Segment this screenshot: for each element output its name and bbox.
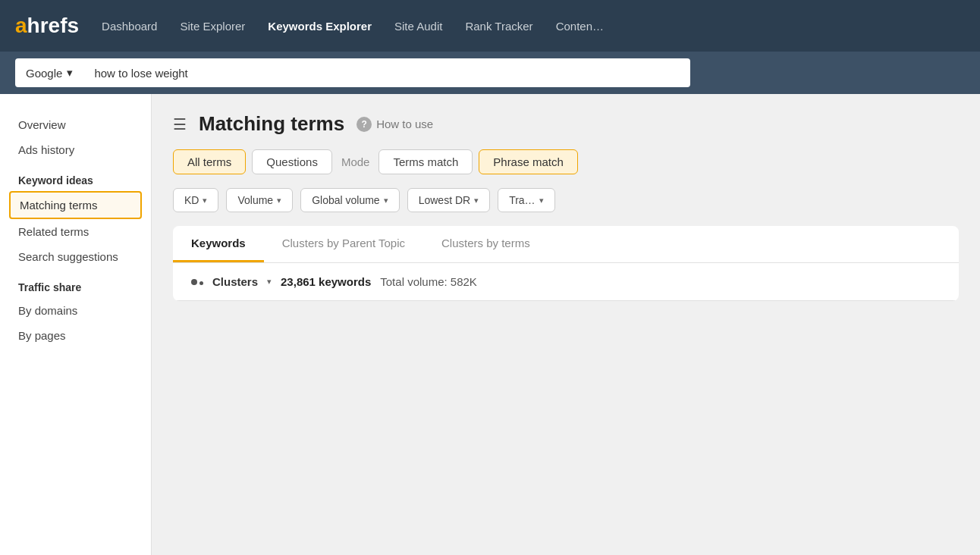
how-to-use-button[interactable]: ? How to use bbox=[357, 117, 433, 132]
sidebar-item-related-terms[interactable]: Related terms bbox=[0, 219, 151, 244]
table-area: Keywords Clusters by Parent Topic Cluste… bbox=[173, 226, 959, 301]
clusters-chevron-icon[interactable]: ▾ bbox=[267, 277, 272, 287]
hamburger-icon[interactable]: ☰ bbox=[173, 115, 187, 133]
nav-content[interactable]: Conten… bbox=[556, 20, 604, 33]
nav-site-explorer[interactable]: Site Explorer bbox=[180, 20, 245, 33]
nav-dashboard[interactable]: Dashboard bbox=[102, 20, 157, 33]
filter-volume-label: Volume bbox=[237, 194, 273, 206]
chevron-down-icon: ▾ bbox=[539, 196, 544, 205]
sidebar: Overview Ads history Keyword ideas Match… bbox=[0, 94, 152, 555]
sidebar-item-by-domains[interactable]: By domains bbox=[0, 298, 151, 323]
chevron-down-icon: ▾ bbox=[474, 196, 479, 205]
chevron-down-icon: ▾ bbox=[277, 196, 281, 205]
tab-phrase-match[interactable]: Phrase match bbox=[479, 149, 578, 174]
clusters-row: Clusters ▾ 23,861 keywords Total volume:… bbox=[173, 263, 959, 301]
search-engine-dropdown[interactable]: Google ▾ bbox=[15, 58, 83, 87]
dot-large bbox=[191, 279, 197, 285]
search-engine-label: Google bbox=[26, 67, 62, 80]
filter-row: KD ▾ Volume ▾ Global volume ▾ Lowest DR … bbox=[173, 188, 959, 212]
filter-lowest-dr-label: Lowest DR bbox=[419, 194, 470, 206]
sidebar-item-matching-terms[interactable]: Matching terms bbox=[9, 191, 142, 219]
filter-traffic-label: Tra… bbox=[509, 194, 535, 206]
nav-rank-tracker[interactable]: Rank Tracker bbox=[465, 20, 532, 33]
table-tabs: Keywords Clusters by Parent Topic Cluste… bbox=[173, 226, 959, 263]
total-volume: Total volume: 582K bbox=[380, 275, 477, 288]
sidebar-item-search-suggestions[interactable]: Search suggestions bbox=[0, 244, 151, 269]
sidebar-item-ads-history[interactable]: Ads history bbox=[0, 137, 151, 162]
filter-global-volume[interactable]: Global volume ▾ bbox=[300, 188, 400, 212]
page-title: Matching terms bbox=[199, 112, 344, 136]
table-tab-keywords[interactable]: Keywords bbox=[173, 226, 264, 262]
main-layout: Overview Ads history Keyword ideas Match… bbox=[0, 94, 980, 555]
clusters-label: Clusters bbox=[212, 275, 258, 288]
tab-questions[interactable]: Questions bbox=[252, 149, 332, 174]
filter-traffic[interactable]: Tra… ▾ bbox=[498, 188, 554, 212]
sidebar-section-keyword-ideas: Keyword ideas bbox=[0, 162, 151, 191]
question-icon: ? bbox=[357, 117, 372, 132]
search-input[interactable] bbox=[83, 58, 690, 87]
chevron-down-icon: ▾ bbox=[384, 196, 388, 205]
filter-tabs: All terms Questions Mode Terms match Phr… bbox=[173, 149, 959, 174]
table-tab-clusters-parent[interactable]: Clusters by Parent Topic bbox=[264, 226, 423, 262]
sidebar-item-overview[interactable]: Overview bbox=[0, 112, 151, 137]
nav-site-audit[interactable]: Site Audit bbox=[394, 20, 442, 33]
main-content: ☰ Matching terms ? How to use All terms … bbox=[152, 94, 980, 555]
page-header: ☰ Matching terms ? How to use bbox=[173, 112, 959, 136]
tab-terms-match[interactable]: Terms match bbox=[378, 149, 473, 174]
nav-links: Dashboard Site Explorer Keywords Explore… bbox=[102, 20, 604, 33]
keywords-count: 23,861 keywords bbox=[281, 275, 371, 288]
filter-kd[interactable]: KD ▾ bbox=[173, 188, 218, 212]
sidebar-item-by-pages[interactable]: By pages bbox=[0, 323, 151, 348]
top-navigation: ahrefs Dashboard Site Explorer Keywords … bbox=[0, 0, 980, 52]
filter-lowest-dr[interactable]: Lowest DR ▾ bbox=[407, 188, 490, 212]
filter-kd-label: KD bbox=[184, 194, 199, 206]
table-tab-clusters-terms[interactable]: Clusters by terms bbox=[423, 226, 548, 262]
chevron-down-icon: ▾ bbox=[203, 196, 207, 205]
how-to-use-label: How to use bbox=[376, 118, 433, 130]
filter-global-volume-label: Global volume bbox=[312, 194, 380, 206]
filter-volume[interactable]: Volume ▾ bbox=[226, 188, 293, 212]
clusters-icon bbox=[191, 279, 203, 285]
dot-small bbox=[199, 281, 203, 285]
mode-label: Mode bbox=[341, 155, 370, 168]
logo[interactable]: ahrefs bbox=[15, 14, 79, 38]
sidebar-section-traffic-share: Traffic share bbox=[0, 269, 151, 298]
logo-a-letter: a bbox=[15, 14, 27, 37]
chevron-down-icon: ▾ bbox=[67, 66, 73, 80]
tab-all-terms[interactable]: All terms bbox=[173, 149, 246, 174]
logo-rest: hrefs bbox=[27, 14, 79, 37]
search-bar: Google ▾ bbox=[0, 52, 980, 94]
search-input-wrapper bbox=[83, 58, 690, 87]
nav-keywords-explorer[interactable]: Keywords Explorer bbox=[268, 20, 372, 33]
